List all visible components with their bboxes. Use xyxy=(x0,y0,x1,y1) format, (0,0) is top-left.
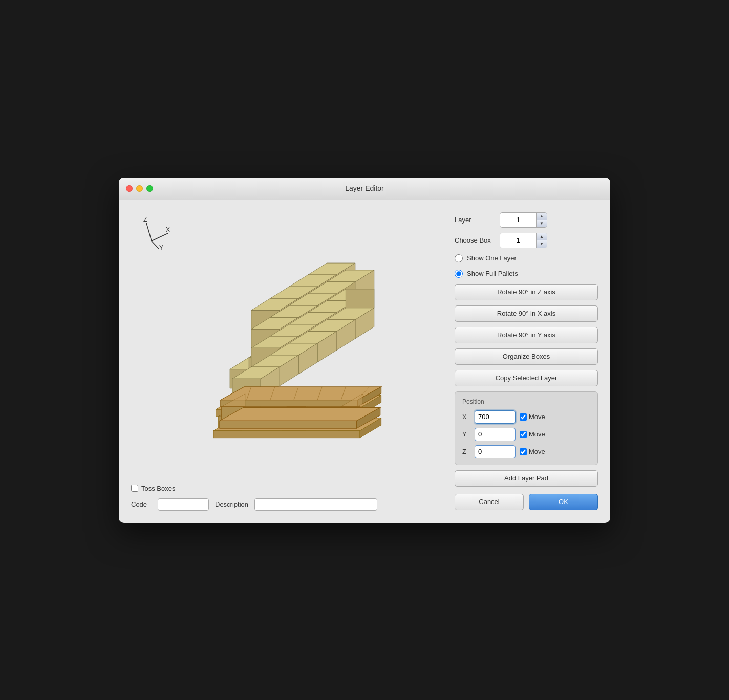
organize-boxes-button[interactable]: Organize Boxes xyxy=(455,348,598,365)
axis-indicator: Z X Y xyxy=(136,215,172,253)
svg-line-2 xyxy=(152,233,168,241)
y-position-input[interactable] xyxy=(475,428,516,441)
x-position-row: X Move xyxy=(462,410,590,424)
z-move-label: Move xyxy=(529,448,545,455)
choose-box-up-button[interactable]: ▲ xyxy=(537,233,547,240)
svg-text:X: X xyxy=(166,226,170,233)
description-label: Description xyxy=(215,500,248,508)
layer-field-row: Layer ▲ ▼ xyxy=(455,212,598,228)
show-one-layer-row: Show One Layer xyxy=(455,253,598,264)
code-row: Code Description xyxy=(131,498,442,511)
description-input[interactable] xyxy=(254,498,377,511)
show-full-pallets-row: Show Full Pallets xyxy=(455,269,598,279)
position-group: Position X Move Y Move xyxy=(455,391,598,465)
choose-box-input[interactable] xyxy=(500,233,536,248)
show-one-layer-radio[interactable] xyxy=(455,254,463,262)
svg-marker-15 xyxy=(213,430,360,438)
right-panel: Layer ▲ ▼ Choose Box ▲ ▼ xyxy=(455,210,598,511)
z-axis-label: Z xyxy=(462,448,470,455)
y-move-wrapper: Move xyxy=(520,430,545,438)
x-move-label: Move xyxy=(529,413,545,421)
cancel-button[interactable]: Cancel xyxy=(455,494,524,510)
choose-box-spinner-buttons: ▲ ▼ xyxy=(536,233,547,248)
copy-selected-layer-button[interactable]: Copy Selected Layer xyxy=(455,370,598,386)
choose-box-field-row: Choose Box ▲ ▼ xyxy=(455,233,598,248)
svg-line-4 xyxy=(152,241,159,249)
pallet-structure xyxy=(220,386,381,428)
maximize-button[interactable] xyxy=(146,185,153,192)
y-position-row: Y Move xyxy=(462,428,590,441)
rotate-x-button[interactable]: Rotate 90° in X axis xyxy=(455,305,598,322)
left-panel: Z X Y xyxy=(131,210,442,511)
ok-button[interactable]: OK xyxy=(529,494,598,510)
z-move-checkbox[interactable] xyxy=(520,448,527,455)
layer-down-button[interactable]: ▼ xyxy=(537,220,547,227)
y-axis-label: Y xyxy=(462,430,470,438)
choose-box-spinner: ▲ ▼ xyxy=(500,233,547,248)
z-position-row: Z Move xyxy=(462,445,590,458)
axis-svg: Z X Y xyxy=(136,215,172,251)
toss-boxes-row: Toss Boxes xyxy=(131,485,442,492)
add-layer-pad-button[interactable]: Add Layer Pad xyxy=(455,470,598,487)
layer-spinner: ▲ ▼ xyxy=(500,212,547,228)
x-position-input[interactable] xyxy=(475,410,516,424)
svg-text:Z: Z xyxy=(143,216,147,223)
show-full-pallets-label: Show Full Pallets xyxy=(467,270,518,277)
close-button[interactable] xyxy=(126,185,133,192)
z-move-wrapper: Move xyxy=(520,448,545,455)
toss-boxes-label: Toss Boxes xyxy=(141,485,175,492)
layer-input[interactable] xyxy=(500,213,536,227)
show-full-pallets-radio[interactable] xyxy=(455,270,463,278)
y-move-checkbox[interactable] xyxy=(520,431,527,438)
traffic-lights xyxy=(126,185,153,192)
rotate-y-button[interactable]: Rotate 90° in Y axis xyxy=(455,327,598,343)
bottom-section: Toss Boxes Code Description xyxy=(131,485,442,511)
layer-editor-window: Layer Editor Z X Y xyxy=(119,178,610,523)
layer-field-label: Layer xyxy=(455,216,496,224)
choose-box-label: Choose Box xyxy=(455,236,496,244)
minimize-button[interactable] xyxy=(136,185,143,192)
svg-marker-130 xyxy=(220,407,380,421)
x-move-checkbox[interactable] xyxy=(520,413,527,421)
position-title: Position xyxy=(462,398,590,405)
choose-box-down-button[interactable]: ▼ xyxy=(537,240,547,248)
svg-marker-97 xyxy=(346,289,374,308)
svg-text:Y: Y xyxy=(159,244,163,251)
show-one-layer-label: Show One Layer xyxy=(467,254,517,262)
toss-boxes-wrapper: Toss Boxes xyxy=(131,485,175,492)
content-area: Z X Y xyxy=(119,200,610,523)
z-position-input[interactable] xyxy=(475,445,516,458)
window-title: Layer Editor xyxy=(345,184,383,192)
y-move-label: Move xyxy=(529,430,545,438)
svg-marker-131 xyxy=(220,421,357,428)
layer-spinner-buttons: ▲ ▼ xyxy=(536,213,547,227)
rotate-z-button[interactable]: Rotate 90° in Z axis xyxy=(455,284,598,300)
layer-up-button[interactable]: ▲ xyxy=(537,213,547,220)
pallet-visualization xyxy=(164,221,410,466)
toss-boxes-checkbox[interactable] xyxy=(131,485,138,492)
code-input[interactable] xyxy=(158,498,209,511)
titlebar: Layer Editor xyxy=(119,178,610,200)
bottom-buttons: Cancel OK xyxy=(455,494,598,510)
canvas-area: Z X Y xyxy=(131,210,442,476)
code-label: Code xyxy=(131,500,152,508)
x-move-wrapper: Move xyxy=(520,413,545,421)
x-axis-label: X xyxy=(462,413,470,421)
svg-line-0 xyxy=(146,223,152,241)
